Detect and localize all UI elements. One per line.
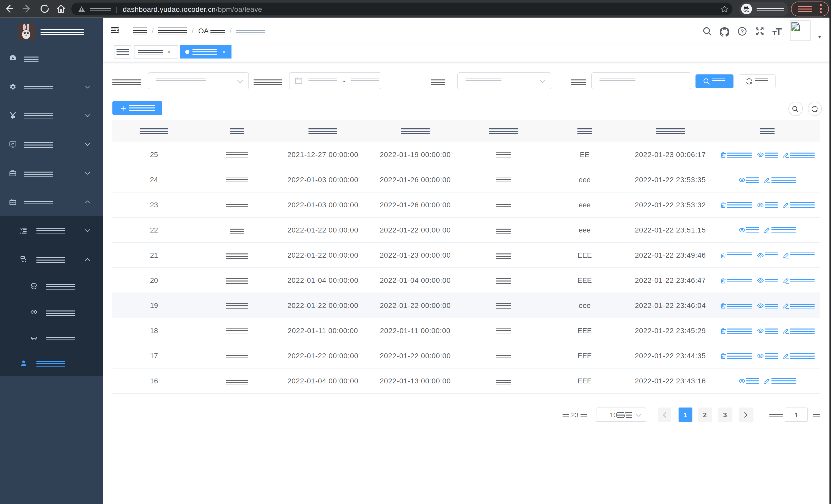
svg-text:?: ? — [741, 28, 744, 34]
